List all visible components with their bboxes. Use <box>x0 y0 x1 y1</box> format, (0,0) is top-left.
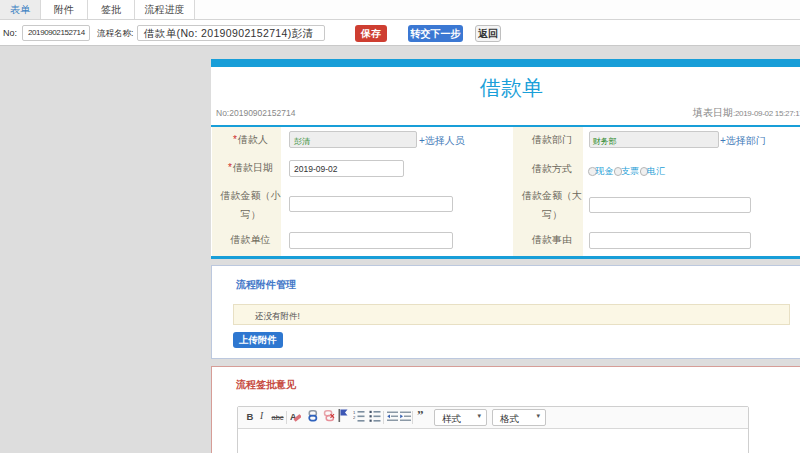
svg-text:2: 2 <box>353 415 356 420</box>
